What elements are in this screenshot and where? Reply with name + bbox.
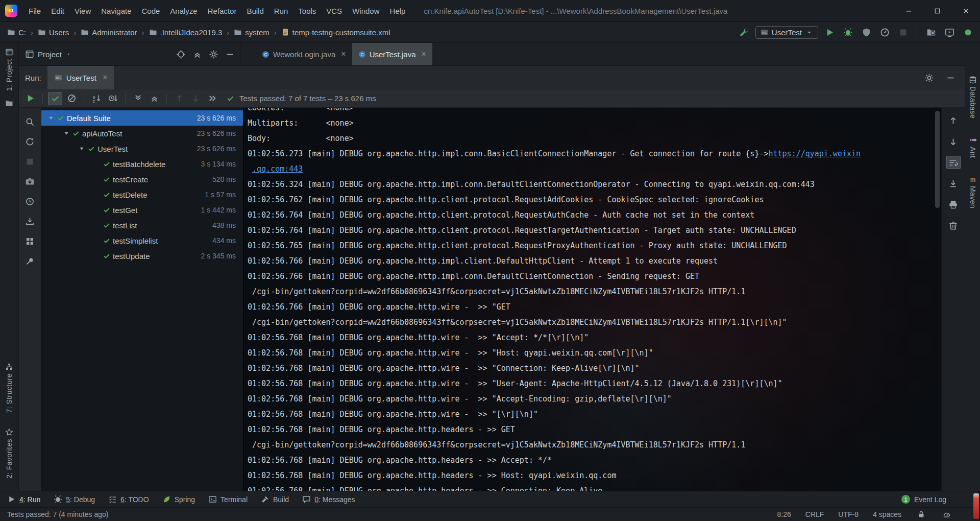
console-link[interactable]: .qq.com:443 (252, 164, 303, 174)
console-link[interactable]: https://qyapi.weixin (768, 149, 861, 158)
tool-window-button-terminal[interactable]: Terminal (208, 495, 248, 504)
camera-button[interactable] (23, 175, 37, 188)
more-button[interactable] (205, 92, 219, 105)
tool-window-button-6-todo[interactable]: 6: TODO (108, 495, 149, 504)
pin-button[interactable] (23, 254, 37, 268)
show-passed-button[interactable] (48, 92, 62, 105)
clear-console-button[interactable] (946, 219, 961, 232)
close-tab-icon[interactable]: × (341, 50, 346, 58)
close-button[interactable] (951, 0, 980, 21)
test-node-testlist[interactable]: testList438 ms (41, 218, 243, 233)
print-button[interactable] (946, 198, 961, 211)
menu-vcs[interactable]: VCS (321, 0, 347, 21)
tool-window-button-0-messages[interactable]: 0: Messages (302, 495, 355, 504)
sort-by-duration-button[interactable] (106, 92, 120, 105)
menu-tools[interactable]: Tools (293, 0, 321, 21)
stop-button[interactable] (896, 26, 910, 39)
import-tests-button[interactable] (23, 215, 37, 228)
tool-window-button-build[interactable]: Build (261, 495, 289, 504)
test-node-apiautotest[interactable]: apiAutoTest23 s 626 ms (41, 126, 243, 141)
breadcrumb-item-users[interactable]: Users (38, 28, 69, 37)
maximize-button[interactable] (923, 0, 951, 21)
hide-button[interactable] (943, 71, 958, 84)
tool-window-button-5-debug[interactable]: 5: Debug (54, 495, 95, 504)
profiler-button[interactable] (877, 26, 892, 39)
hide-button[interactable] (223, 48, 237, 61)
run-button[interactable] (822, 26, 837, 39)
tool-window-button-4-run[interactable]: 4: Run (7, 495, 40, 504)
menu-file[interactable]: File (23, 0, 46, 21)
run-anything-button[interactable] (942, 26, 957, 39)
search-button[interactable] (23, 115, 37, 128)
grid-button[interactable] (23, 234, 37, 248)
menu-window[interactable]: Window (347, 0, 384, 21)
breadcrumb-item-intellijidea2019-3[interactable]: .IntelliJIdea2019.3 (149, 28, 223, 37)
tool-button-2-favorites[interactable]: 2: Favorites (5, 428, 13, 479)
test-node-default-suite[interactable]: Default Suite23 s 626 ms (41, 110, 243, 126)
sort-alphabetically-button[interactable]: az (89, 92, 104, 105)
locate-file-button[interactable] (174, 48, 188, 61)
menu-analyze[interactable]: Analyze (165, 0, 202, 21)
menu-edit[interactable]: Edit (46, 0, 69, 21)
coverage-button[interactable] (859, 26, 873, 39)
menu-help[interactable]: Help (385, 0, 411, 21)
next-failed-button[interactable] (188, 92, 203, 105)
previous-failed-button[interactable] (172, 92, 186, 105)
line-separator[interactable]: CRLF (805, 510, 824, 518)
indent-size[interactable]: 4 spaces (873, 510, 901, 518)
up-stack-button[interactable] (946, 114, 961, 127)
menu-view[interactable]: View (69, 0, 96, 21)
menu-build[interactable]: Build (241, 0, 268, 21)
menu-refactor[interactable]: Refactor (203, 0, 242, 21)
lock-button[interactable] (916, 509, 927, 520)
updates-button[interactable] (961, 26, 975, 39)
menu-code[interactable]: Code (136, 0, 165, 21)
breadcrumb-item-administrator[interactable]: Administrator (81, 28, 137, 37)
tool-button-folder-icon[interactable] (5, 99, 13, 107)
scroll-to-end-button[interactable] (946, 177, 961, 190)
soft-wrap-button[interactable] (946, 156, 961, 169)
close-tab-icon[interactable]: × (422, 50, 426, 58)
edit-run-config-button[interactable] (737, 26, 751, 39)
breadcrumb-item-system[interactable]: system (234, 28, 270, 37)
tool-button-1-project[interactable]: 1: Project (5, 48, 13, 91)
breadcrumb-item-c[interactable]: C: (7, 28, 26, 37)
close-run-tab-icon[interactable]: × (103, 74, 107, 82)
test-node-testbatchdelete[interactable]: testBatchdelete3 s 134 ms (41, 156, 243, 172)
rerun-button[interactable] (23, 135, 37, 148)
tool-button-maven[interactable]: mMaven (969, 175, 977, 208)
settings-button[interactable] (206, 48, 220, 61)
editor-tab-weworklogin-java[interactable]: CWeworkLogin.java× (256, 43, 352, 65)
run-tab[interactable]: NG UserTest × (47, 66, 114, 89)
gauge-button[interactable] (941, 509, 952, 520)
test-node-testget[interactable]: testGet1 s 442 ms (41, 202, 243, 218)
test-node-testcreate[interactable]: testCreate520 ms (41, 172, 243, 187)
tool-button-database[interactable]: Database (969, 76, 977, 119)
collapse-all-button[interactable] (190, 48, 204, 61)
tool-button-7-structure[interactable]: 7: Structure (5, 363, 13, 413)
tool-window-button-spring[interactable]: Spring (162, 495, 195, 504)
menu-navigate[interactable]: Navigate (96, 0, 136, 21)
project-panel-header[interactable]: Project (19, 43, 240, 65)
show-ignored-button[interactable] (64, 92, 79, 105)
console-scrollbar[interactable] (935, 111, 940, 208)
editor-tab-usertest-java[interactable]: CUserTest.java× (352, 43, 432, 65)
stop-button[interactable] (23, 155, 37, 168)
menu-run[interactable]: Run (269, 0, 293, 21)
minimize-button[interactable] (894, 0, 923, 21)
event-log-button[interactable]: 1Event Log (901, 495, 973, 504)
breadcrumb-item-temp-testng-customsuite-xml[interactable]: temp-testng-customsuite.xml (281, 28, 390, 37)
test-node-testdelete[interactable]: testDelete1 s 57 ms (41, 187, 243, 202)
test-node-testupdate[interactable]: testUpdate2 s 345 ms (41, 248, 243, 264)
caret-position[interactable]: 8:26 (777, 510, 791, 518)
run-configuration-selector[interactable]: NGUserTest (755, 26, 818, 39)
file-encoding[interactable]: UTF-8 (838, 510, 859, 518)
tool-button-ant[interactable]: Ant (969, 136, 977, 158)
down-stack-button[interactable] (946, 135, 961, 148)
rerun-tests-button[interactable] (23, 92, 37, 105)
test-node-usertest[interactable]: UserTest23 s 626 ms (41, 141, 243, 156)
test-history-button[interactable] (23, 195, 37, 208)
settings-button[interactable] (922, 71, 936, 84)
expand-all-button[interactable] (131, 92, 145, 105)
find-in-path-button[interactable] (924, 26, 938, 39)
